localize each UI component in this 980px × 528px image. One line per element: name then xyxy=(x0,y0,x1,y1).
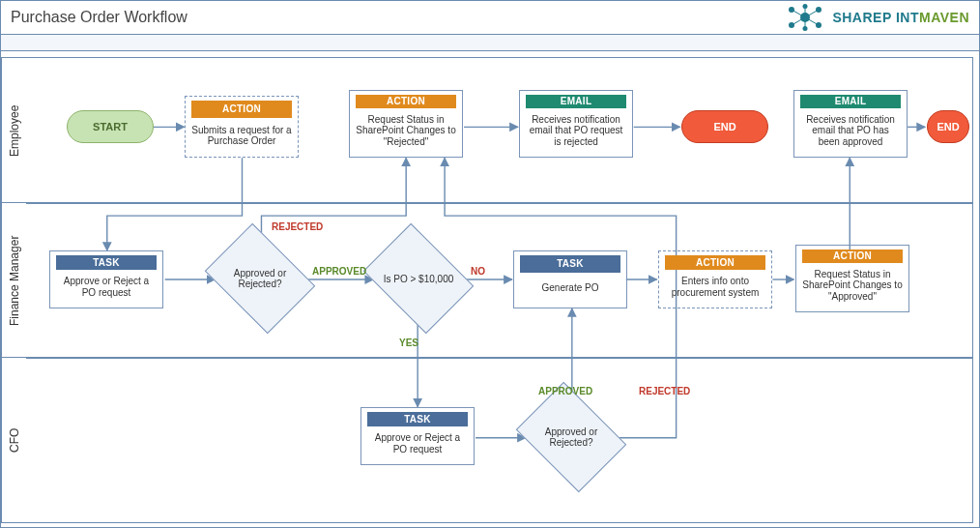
action-body: Request Status in SharePoint Changes to … xyxy=(352,108,460,154)
task-body: Approve or Reject a PO request xyxy=(52,270,160,304)
end-label: END xyxy=(937,121,959,133)
decision-po-threshold: Is PO > $10,000 xyxy=(374,245,463,312)
task-cfo-approve: TASK Approve or Reject a PO request xyxy=(360,407,475,465)
edge-rejected-2: REJECTED xyxy=(639,386,690,396)
diagram-body: Employee Finance Manager CFO xyxy=(1,51,979,528)
email-header: EMAIL xyxy=(800,95,901,108)
header-spacer xyxy=(1,35,979,51)
edge-yes: YES xyxy=(399,337,418,348)
task-fm-approve: TASK Approve or Reject a PO request xyxy=(49,250,163,308)
decision-text: Is PO > $10,000 xyxy=(376,274,462,284)
decision-approved-rejected: Approved or Rejected? xyxy=(216,245,304,312)
logo-icon xyxy=(784,4,826,31)
email-body: Receives notification email that PO requ… xyxy=(522,108,630,154)
email-body: Receives notification email that PO has … xyxy=(796,108,905,154)
task-header: TASK xyxy=(367,412,468,426)
email-approved: EMAIL Receives notification email that P… xyxy=(793,90,908,158)
edge-rejected-1: REJECTED xyxy=(272,221,323,232)
start-label: START xyxy=(93,121,128,133)
decision-text: Approved or Rejected? xyxy=(527,426,616,448)
task-generate-po: TASK Generate PO xyxy=(513,250,627,308)
end-node-1: END xyxy=(681,110,768,143)
end-label: END xyxy=(713,121,735,133)
task-body: Generate PO xyxy=(516,273,624,304)
task-header: TASK xyxy=(56,255,157,270)
task-header: TASK xyxy=(520,255,620,273)
edge-approved-1: APPROVED xyxy=(312,266,366,277)
email-rejected: EMAIL Receives notification email that P… xyxy=(519,90,633,158)
lane-label-employee: Employee xyxy=(1,57,27,204)
email-header: EMAIL xyxy=(526,95,626,108)
action-body: Submits a request for a Purchase Order xyxy=(187,118,296,153)
start-node: START xyxy=(67,110,154,143)
action-status-approved: ACTION Request Status in SharePoint Chan… xyxy=(795,245,909,312)
action-header: ACTION xyxy=(665,255,765,270)
title-bar: Purchase Order Workflow SHAREP INTMAVEN xyxy=(1,1,979,35)
action-header: ACTION xyxy=(802,249,903,263)
action-submit-request: ACTION Submits a request for a Purchase … xyxy=(185,96,299,158)
decision-text: Approved or Rejected? xyxy=(216,268,304,289)
edge-no: NO xyxy=(471,266,485,277)
diagram-frame: Purchase Order Workflow SHAREP INTMAVEN xyxy=(0,0,980,528)
page-title: Purchase Order Workflow xyxy=(11,9,187,26)
action-body: Request Status in SharePoint Changes to … xyxy=(798,263,907,308)
logo: SHAREP INTMAVEN xyxy=(784,4,969,31)
lane-cfo xyxy=(26,357,973,523)
action-body: Enters info onto procurement system xyxy=(661,270,769,304)
lane-label-cfo: CFO xyxy=(1,357,27,523)
logo-text: SHAREP INTMAVEN xyxy=(832,10,969,25)
task-body: Approve or Reject a PO request xyxy=(363,426,472,460)
action-header: ACTION xyxy=(191,101,292,118)
action-status-rejected: ACTION Request Status in SharePoint Chan… xyxy=(349,90,463,158)
decision-cfo: Approved or Rejected? xyxy=(527,403,616,471)
edge-approved-2: APPROVED xyxy=(538,386,592,396)
lane-label-finance: Finance Manager xyxy=(1,202,27,359)
end-node-2: END xyxy=(927,110,969,143)
action-enter-info: ACTION Enters info onto procurement syst… xyxy=(658,250,772,308)
action-header: ACTION xyxy=(356,95,456,108)
